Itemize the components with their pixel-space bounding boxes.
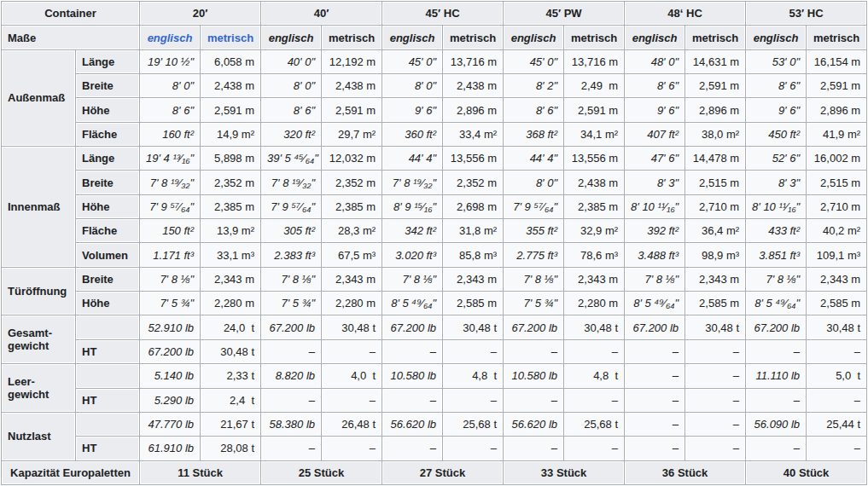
row-label-innenmass-laenge: Länge [77, 148, 138, 169]
cell-aussenmass-flaeche-metrisch-0: 14,9 m² [201, 124, 259, 145]
cell-aussenmass-hoehe-englisch-0: 8' 6" [141, 99, 199, 120]
cell-innenmass-flaeche-englisch-2: 342 ft² [383, 220, 441, 241]
cell-leer-gewicht-value-metrisch-5: 5,0 t [807, 365, 865, 386]
table-row: Volumen1.171 ft³33,1 m³2.383 ft³67,5 m³3… [3, 244, 865, 265]
cell-aussenmass-flaeche-metrisch-5: 41,9 m² [807, 124, 865, 145]
cell-leer-gewicht-ht-metrisch-5: – [807, 390, 865, 411]
cell-aussenmass-flaeche-metrisch-3: 34,1 m² [565, 124, 623, 145]
cell-gesamt-gewicht-value-metrisch-5: 30,48 t [807, 316, 865, 338]
cell-leer-gewicht-ht-englisch-3: – [504, 390, 562, 411]
cell-innenmass-breite-metrisch-1: 2,352 m [323, 171, 381, 193]
cell-aussenmass-laenge-metrisch-0: 6,058 m [201, 51, 259, 72]
cell-aussenmass-laenge-metrisch-1: 12,192 m [323, 51, 381, 72]
cell-aussenmass-breite-englisch-3: 8' 2" [504, 75, 562, 96]
cell-nutzlast-ht-metrisch-5: – [807, 437, 865, 459]
cell-aussenmass-breite-englisch-4: 8' 6" [626, 75, 684, 96]
group-header-48-hc: 48‘ HC [626, 3, 744, 24]
unit-header-englisch-0[interactable]: englisch [141, 26, 199, 48]
cell-aussenmass-flaeche-englisch-2: 360 ft² [383, 124, 441, 145]
cell-tueroeffnung-breite-englisch-4: 7' 8 ⅛" [626, 269, 684, 290]
cell-nutzlast-ht-metrisch-1: – [323, 437, 381, 459]
cell-aussenmass-flaeche-metrisch-2: 33,4 m² [444, 124, 502, 145]
cell-tueroeffnung-hoehe-englisch-5: 8' 5 ⁴⁹⁄₆₄" [747, 292, 805, 314]
unit-header-englisch-3: englisch [504, 26, 562, 48]
cell-innenmass-laenge-metrisch-5: 16,002 m [807, 148, 865, 169]
container-spec-table: Container20′40′45′ HC45′ PW48‘ HC53′ HCM… [0, 0, 868, 486]
cell-innenmass-hoehe-metrisch-3: 2,385 m [565, 196, 623, 217]
cell-aussenmass-laenge-englisch-0: 19' 10 ½" [141, 51, 199, 72]
cell-aussenmass-laenge-englisch-4: 48' 0" [626, 51, 684, 72]
table-row: Gesamt-gewicht52.910 lb24,0 t67.200 lb30… [3, 316, 865, 338]
cell-gesamt-gewicht-ht-metrisch-2: – [444, 341, 502, 362]
unit-header-englisch-4: englisch [626, 26, 684, 48]
cell-leer-gewicht-value-englisch-1: 8.820 lb [262, 365, 320, 386]
row-label-innenmass-flaeche: Fläche [77, 220, 138, 241]
cell-tueroeffnung-hoehe-englisch-1: 7' 5 ¾" [262, 292, 320, 314]
cell-aussenmass-hoehe-englisch-4: 9' 6" [626, 99, 684, 120]
cell-aussenmass-hoehe-metrisch-2: 2,896 m [444, 99, 502, 120]
cell-innenmass-breite-metrisch-3: 2,438 m [565, 171, 623, 193]
cell-tueroeffnung-breite-metrisch-3: 2,343 m [565, 269, 623, 290]
cell-aussenmass-flaeche-englisch-1: 320 ft² [262, 124, 320, 145]
row-label-nutzlast-value [77, 414, 138, 435]
cell-nutzlast-value-metrisch-3: 25,68 t [565, 414, 623, 435]
footer-label-kapazitaet-europaletten: Kapazität Europaletten [3, 462, 138, 483]
cell-leer-gewicht-ht-metrisch-1: – [323, 390, 381, 411]
unit-header-metrisch-0[interactable]: metrisch [201, 26, 259, 48]
cell-nutzlast-ht-englisch-3: – [504, 437, 562, 459]
cell-nutzlast-value-metrisch-4: – [686, 414, 744, 435]
cell-aussenmass-hoehe-metrisch-1: 2,591 m [323, 99, 381, 120]
table-row: Nutzlast47.770 lb21,67 t58.380 lb26,48 t… [3, 414, 865, 435]
cell-innenmass-volumen-metrisch-2: 85,8 m³ [444, 244, 502, 265]
cell-innenmass-volumen-englisch-4: 3.488 ft³ [626, 244, 684, 265]
cell-nutzlast-ht-metrisch-4: – [686, 437, 744, 459]
cell-innenmass-breite-englisch-4: 8' 3" [626, 171, 684, 193]
table-row: HT67.200 lb30,48 t–––––––––– [3, 341, 865, 362]
section-label-leer-gewicht: Leer-gewicht [3, 365, 74, 411]
cell-tueroeffnung-breite-metrisch-5: 2,343 m [807, 269, 865, 290]
cell-innenmass-breite-englisch-1: 7' 8 ¹⁹⁄₃₂" [262, 171, 320, 193]
cell-aussenmass-flaeche-metrisch-1: 29,7 m² [323, 124, 381, 145]
cell-innenmass-laenge-metrisch-3: 13,556 m [565, 148, 623, 169]
table-row: Fläche160 ft²14,9 m²320 ft²29,7 m²360 ft… [3, 124, 865, 145]
cell-innenmass-hoehe-metrisch-1: 2,385 m [323, 196, 381, 217]
cell-aussenmass-flaeche-englisch-3: 368 ft² [504, 124, 562, 145]
cell-nutzlast-ht-metrisch-2: – [444, 437, 502, 459]
cell-tueroeffnung-breite-metrisch-4: 2,343 m [686, 269, 744, 290]
cell-nutzlast-ht-englisch-5: – [747, 437, 805, 459]
cell-innenmass-flaeche-metrisch-2: 31,8 m² [444, 220, 502, 241]
cell-innenmass-breite-englisch-3: 8' 0" [504, 171, 562, 193]
unit-header-metrisch-3: metrisch [565, 26, 623, 48]
cell-gesamt-gewicht-ht-englisch-4: – [626, 341, 684, 362]
table-row: Höhe8' 6"2,591 m8' 6"2,591 m9' 6"2,896 m… [3, 99, 865, 120]
cell-innenmass-volumen-metrisch-0: 33,1 m³ [201, 244, 259, 265]
cell-aussenmass-hoehe-metrisch-4: 2,896 m [686, 99, 744, 120]
table-row: Breite8' 0"2,438 m8' 0"2,438 m8' 0"2,438… [3, 75, 865, 96]
cell-gesamt-gewicht-value-metrisch-3: 30,48 t [565, 316, 623, 338]
cell-innenmass-breite-metrisch-5: 2,515 m [807, 171, 865, 193]
footer-capacity-3: 33 Stück [504, 462, 623, 483]
cell-gesamt-gewicht-value-metrisch-1: 30,48 t [323, 316, 381, 338]
cell-leer-gewicht-ht-englisch-1: – [262, 390, 320, 411]
cell-innenmass-laenge-metrisch-2: 13,556 m [444, 148, 502, 169]
table-row: Höhe7' 5 ¾"2,280 m7' 5 ¾"2,280 m8' 5 ⁴⁹⁄… [3, 292, 865, 314]
cell-aussenmass-breite-metrisch-3: 2,49 m [565, 75, 623, 96]
cell-nutzlast-value-englisch-5: 56.090 lb [747, 414, 805, 435]
cell-gesamt-gewicht-ht-englisch-2: – [383, 341, 441, 362]
cell-nutzlast-ht-metrisch-3: – [565, 437, 623, 459]
cell-innenmass-flaeche-metrisch-4: 36,4 m² [686, 220, 744, 241]
cell-innenmass-breite-englisch-2: 7' 8 ¹⁹⁄₃₂" [383, 171, 441, 193]
cell-nutzlast-ht-englisch-1: – [262, 437, 320, 459]
cell-nutzlast-ht-metrisch-0: 28,08 t [201, 437, 259, 459]
cell-leer-gewicht-value-metrisch-3: 4,8 t [565, 365, 623, 386]
cell-innenmass-volumen-metrisch-3: 78,6 m³ [565, 244, 623, 265]
group-header-53-hc: 53′ HC [747, 3, 865, 24]
cell-nutzlast-value-metrisch-1: 26,48 t [323, 414, 381, 435]
cell-tueroeffnung-breite-englisch-5: 7' 8 ⅛" [747, 269, 805, 290]
cell-leer-gewicht-ht-metrisch-2: – [444, 390, 502, 411]
cell-gesamt-gewicht-ht-englisch-5: – [747, 341, 805, 362]
cell-innenmass-breite-englisch-0: 7' 8 ¹⁹⁄₃₂" [141, 171, 199, 193]
cell-innenmass-flaeche-metrisch-3: 32,9 m² [565, 220, 623, 241]
cell-innenmass-breite-metrisch-2: 2,352 m [444, 171, 502, 193]
cell-aussenmass-hoehe-metrisch-3: 2,591 m [565, 99, 623, 120]
